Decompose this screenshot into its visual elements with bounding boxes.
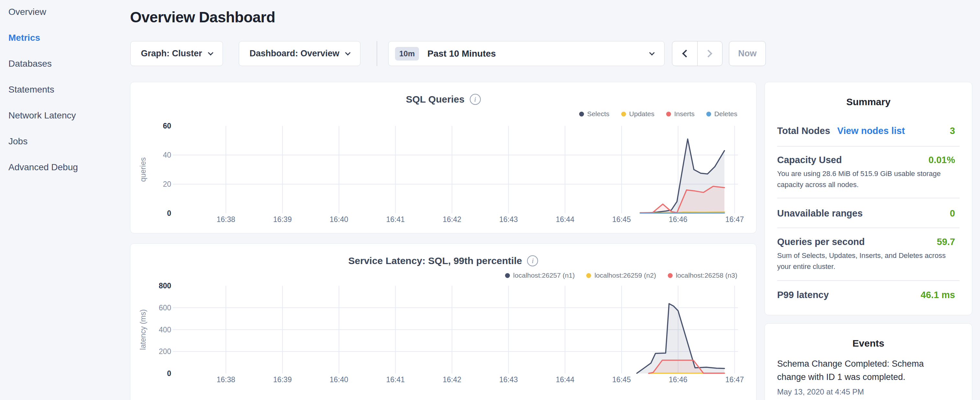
time-pager (672, 41, 722, 66)
x-axis-tick-label: 16:38 (216, 215, 235, 224)
summary-row-label: P99 latency (777, 290, 829, 300)
x-axis-tick-label: 16:38 (216, 375, 235, 384)
summary-row-label: Queries per second (777, 237, 865, 247)
time-range-badge: 10m (395, 47, 419, 61)
sql-queries-chart-card: SQL Queries i SelectsUpdatesInsertsDelet… (130, 82, 756, 233)
x-axis-tick-label: 16:43 (499, 215, 518, 224)
chevron-right-icon (705, 49, 713, 57)
chevron-down-icon (345, 50, 350, 55)
summary-row-qps: Queries per second 59.7 (777, 237, 955, 247)
sidebar-item-metrics[interactable]: Metrics (0, 25, 129, 51)
summary-row-value: 59.7 (937, 237, 955, 247)
y-axis-tick-label: 800 (159, 282, 171, 290)
page-title: Overview Dashboard (130, 8, 275, 26)
x-axis-tick-label: 16:47 (725, 375, 744, 384)
sidebar: OverviewMetricsDatabasesStatementsNetwor… (0, 0, 129, 180)
view-nodes-list-link[interactable]: View nodes list (837, 126, 905, 136)
x-axis-tick-label: 16:42 (442, 375, 461, 384)
service-latency-chart-card: Service Latency: SQL, 99th percentile i … (130, 243, 756, 400)
x-axis-tick-label: 16:44 (556, 375, 574, 384)
x-axis-tick-label: 16:42 (442, 215, 461, 224)
summary-panel: Summary Total Nodes View nodes list 3 Ca… (765, 82, 972, 315)
divider (777, 198, 959, 198)
chevron-left-icon (682, 49, 690, 57)
x-axis-tick-label: 16:46 (669, 215, 687, 224)
x-axis-tick-label: 16:40 (330, 215, 348, 224)
sql-queries-chart[interactable]: 020406016:3816:3916:4016:4116:4216:4316:… (130, 82, 757, 233)
sidebar-item-databases[interactable]: Databases (0, 51, 129, 77)
x-axis-tick-label: 16:41 (386, 215, 405, 224)
y-axis-tick-label: 40 (163, 151, 171, 159)
time-prev-button[interactable] (672, 41, 698, 66)
time-range-label: Past 10 Minutes (427, 49, 496, 59)
x-axis-tick-label: 16:43 (499, 375, 518, 384)
controls-divider (377, 41, 377, 66)
summary-row-value: 3 (950, 126, 955, 136)
summary-row-value: 0 (950, 208, 955, 219)
x-axis-tick-label: 16:45 (612, 215, 631, 224)
summary-row-subtext: You are using 28.6 MiB of 515.9 GiB usab… (777, 168, 955, 190)
chevron-down-icon (649, 50, 655, 55)
summary-row-label: Total Nodes (777, 126, 830, 136)
summary-row-total-nodes: Total Nodes View nodes list 3 (777, 126, 955, 136)
x-axis-tick-label: 16:39 (273, 215, 292, 224)
event-timestamp: May 13, 2020 at 4:45 PM (777, 387, 864, 397)
sidebar-item-statements[interactable]: Statements (0, 77, 129, 103)
y-axis-tick-label: 200 (159, 347, 171, 356)
time-next-button[interactable] (698, 41, 722, 66)
events-panel: Events Schema Change Completed: Schema c… (765, 323, 972, 400)
event-item[interactable]: Schema Change Completed: Schema change w… (777, 357, 932, 384)
y-axis-tick-label: 0 (167, 209, 171, 217)
y-axis-tick-label: 400 (159, 325, 171, 334)
summary-row-capacity: Capacity Used 0.01% (777, 155, 955, 166)
y-axis-tick-label: 0 (167, 369, 171, 378)
x-axis-tick-label: 16:41 (386, 375, 405, 384)
summary-row-value: 46.1 ms (921, 290, 955, 300)
sidebar-item-jobs[interactable]: Jobs (0, 129, 129, 155)
events-title: Events (765, 338, 972, 349)
graph-dropdown-label: Graph: Cluster (141, 49, 202, 59)
sidebar-item-overview[interactable]: Overview (0, 0, 129, 25)
y-axis-tick-label: 600 (159, 304, 171, 312)
x-axis-tick-label: 16:40 (330, 375, 348, 384)
summary-row-label: Capacity Used (777, 155, 842, 166)
y-axis-tick-label: 20 (163, 180, 171, 188)
sidebar-item-network-latency[interactable]: Network Latency (0, 103, 129, 129)
x-axis-tick-label: 16:46 (669, 375, 687, 384)
y-axis-tick-label: 60 (163, 122, 171, 130)
service-latency-chart[interactable]: 020040060080016:3816:3916:4016:4116:4216… (130, 244, 757, 400)
x-axis-tick-label: 16:44 (556, 215, 574, 224)
chevron-down-icon (208, 50, 213, 55)
summary-row-subtext: Sum of Selects, Updates, Inserts, and De… (777, 250, 955, 272)
summary-title: Summary (765, 96, 972, 107)
time-range-selector[interactable]: 10m Past 10 Minutes (388, 41, 665, 66)
summary-row-value: 0.01% (929, 155, 955, 166)
graph-dropdown[interactable]: Graph: Cluster (130, 41, 223, 66)
y-axis-title: latency (ms) (139, 309, 147, 350)
x-axis-tick-label: 16:39 (273, 375, 292, 384)
summary-row-label: Unavailable ranges (777, 208, 862, 219)
summary-row-unavailable-ranges: Unavailable ranges 0 (777, 208, 955, 219)
divider (777, 228, 959, 228)
sidebar-item-advanced-debug[interactable]: Advanced Debug (0, 155, 129, 180)
x-axis-tick-label: 16:45 (612, 375, 631, 384)
x-axis-tick-label: 16:47 (725, 215, 744, 224)
dashboard-dropdown-label: Dashboard: Overview (250, 49, 339, 59)
summary-row-p99-latency: P99 latency 46.1 ms (777, 290, 955, 300)
dashboard-dropdown[interactable]: Dashboard: Overview (239, 41, 360, 66)
y-axis-title: queries (139, 157, 147, 182)
divider (777, 280, 959, 281)
divider (777, 146, 959, 147)
now-button[interactable]: Now (729, 41, 766, 66)
